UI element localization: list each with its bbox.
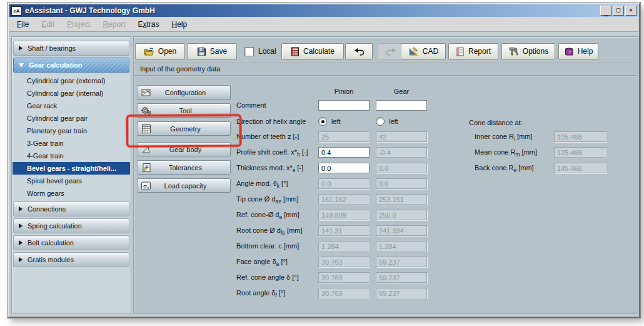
options-button[interactable]: Options: [501, 43, 555, 59]
nav-group-label: Connections: [28, 205, 66, 213]
collapsed-arrow-icon: [19, 257, 23, 262]
sidebar-group-gear-calculation[interactable]: Gear calculation: [13, 58, 129, 73]
menu-extras[interactable]: Extras: [136, 18, 165, 31]
form-row: Ref. cone angle δ [°]30.76359.237: [134, 272, 638, 283]
cone-value-field: 145.468: [554, 163, 606, 173]
window-controls: _ □ ✕: [600, 6, 636, 16]
redo-icon: [386, 48, 397, 56]
form-row: Angle mod. ϑk [°]0.00.0: [134, 178, 638, 190]
configuration-label: Configuration: [153, 89, 230, 96]
minimize-button[interactable]: _: [600, 6, 611, 16]
configuration-button[interactable]: Configuration: [137, 85, 231, 99]
cone-row: Back cone Re [mm]145.468: [134, 163, 638, 174]
sidebar-item-worm-gears[interactable]: Worm gears: [13, 187, 130, 200]
cad-button[interactable]: CAD: [401, 43, 446, 59]
pinion-value-field: 161.162: [318, 194, 370, 205]
field-label: Direction of helix angle: [236, 118, 306, 125]
column-header-pinion: Pinion: [318, 88, 370, 95]
undo-button[interactable]: [345, 43, 373, 59]
help-button[interactable]: ? Help: [558, 43, 598, 59]
sidebar-item-3-gear-train[interactable]: 3-Gear train: [13, 137, 130, 150]
form-row: Ref. cone-Ø de [mm]148.809250.0: [134, 210, 638, 221]
local-label: Local: [258, 47, 276, 56]
calculator-icon: [291, 47, 299, 56]
sidebar-group-belt-calculation[interactable]: Belt calculation: [13, 235, 129, 250]
gear-value-field: 0.0: [376, 178, 427, 189]
red-annotation-rectangle: [126, 114, 241, 147]
field-label: Ref. cone-Ø de [mm]: [236, 211, 299, 218]
cone-label: Mean cone Rm [mm]: [475, 148, 537, 156]
form-row: Face angle δa [°]30.76359.237: [134, 257, 638, 268]
pinion-value-field: 1.284: [318, 241, 370, 252]
cone-label: Inner cone Ri [mm]: [475, 133, 532, 140]
pinion-value-field: 30.763: [318, 257, 370, 267]
menu-edit: Edit: [40, 18, 61, 31]
collapsed-arrow-icon: [19, 223, 23, 228]
gear-value-field: 59.237: [376, 288, 427, 298]
open-button[interactable]: Open: [135, 43, 185, 59]
collapsed-arrow-icon: [19, 206, 23, 211]
form-row: Root angle δf [°]30.76359.237: [134, 288, 638, 299]
sidebar-item-cylindrical-gear-internal-[interactable]: Cylindrical gear (internal): [13, 87, 130, 99]
window-title: eAssistant - GWJ Technology GmbH: [25, 6, 155, 15]
sidebar-group-spring-calculation[interactable]: Spring calculation: [13, 218, 129, 233]
open-label: Open: [158, 47, 176, 56]
sidebar-item-cylindrical-gear-external-[interactable]: Cylindrical gear (external): [13, 74, 130, 87]
collapsed-arrow-icon: [19, 240, 23, 245]
report-button[interactable]: Report: [448, 43, 498, 59]
sidebar-item-spiral-bevel-gears[interactable]: Spiral bevel gears: [13, 175, 130, 187]
status-strip: Input of the geometry data: [134, 62, 638, 76]
menu-help[interactable]: Help: [170, 18, 193, 31]
sidebar-item-bevel-gears-straight-heli-[interactable]: Bevel gears - straight/heli...: [13, 162, 130, 175]
sidebar-item-gear-rack[interactable]: Gear rack: [13, 99, 130, 112]
navigation-sidebar: Shaft / bearingsGear calculationCylindri…: [11, 36, 131, 314]
cone-row: Mean cone Rm [mm]125.468: [134, 147, 638, 158]
sidebar-group-connections[interactable]: Connections: [13, 201, 129, 216]
main-panel: Open Save Local Calculate CAD Report: [133, 36, 638, 314]
local-checkbox[interactable]: [244, 47, 254, 56]
collapsed-arrow-icon: [19, 46, 23, 51]
nav-group-label: Spring calculation: [28, 222, 82, 230]
sidebar-group-shaft-bearings[interactable]: Shaft / bearings: [13, 41, 129, 56]
pinion-value-field: 30.763: [318, 288, 370, 298]
pinion-value-field: 30.763: [318, 272, 370, 283]
options-tools-icon: [508, 46, 519, 56]
calculate-button[interactable]: Calculate: [281, 43, 344, 59]
sidebar-item-cylindrical-gear-pair[interactable]: Cylindrical gear pair: [13, 112, 130, 125]
form-row: Root cone Ø dfe [mm]141.31241.334: [134, 225, 638, 237]
calculate-label: Calculate: [303, 47, 335, 56]
nav-group-label: Belt calculation: [28, 239, 74, 247]
form-row: Bottom clear. c [mm]1.2841.284: [134, 241, 638, 252]
radio-icon[interactable]: [376, 117, 385, 126]
undo-icon: [353, 48, 365, 56]
save-button[interactable]: Save: [187, 43, 237, 59]
maximize-button[interactable]: □: [613, 6, 624, 16]
field-label: Face angle δa [°]: [236, 258, 288, 265]
app-window: eA eAssistant - GWJ Technology GmbH _ □ …: [8, 3, 640, 318]
field-label: Tip cone Ø dae [mm]: [236, 195, 299, 203]
gear-helix-direction-radio[interactable]: left: [376, 117, 398, 126]
pinion-value-field[interactable]: [318, 100, 370, 111]
field-label: Root cone Ø dfe [mm]: [236, 227, 303, 234]
gear-value-field[interactable]: [376, 100, 427, 111]
sidebar-item-planetary-gear-train[interactable]: Planetary gear train: [13, 125, 130, 137]
save-floppy-icon: [197, 47, 206, 56]
gear-value-field: 1.284: [376, 241, 427, 252]
report-label: Report: [468, 47, 491, 56]
menu-bar: File Edit Project Report Extras Help: [9, 17, 638, 32]
cone-value-field: 105.468: [554, 131, 606, 142]
nav-group-label: Shaft / bearings: [28, 44, 76, 52]
sidebar-item-4-gear-train[interactable]: 4-Gear train: [13, 150, 130, 162]
sidebar-group-gratis-modules[interactable]: Gratis modules: [13, 252, 129, 267]
gear-value-field: 253.151: [376, 194, 427, 205]
configuration-icon: [139, 87, 153, 98]
menu-file[interactable]: File: [16, 18, 35, 31]
close-button[interactable]: ✕: [625, 6, 636, 16]
cone-label: Back cone Re [mm]: [475, 164, 534, 171]
open-folder-icon: [144, 47, 154, 56]
local-checkbox-group[interactable]: Local: [244, 43, 276, 59]
menu-project: Project: [66, 18, 96, 31]
radio-icon[interactable]: [318, 117, 327, 126]
field-label: Ref. cone angle δ [°]: [236, 273, 299, 281]
pinion-helix-direction-radio[interactable]: left: [318, 117, 341, 126]
